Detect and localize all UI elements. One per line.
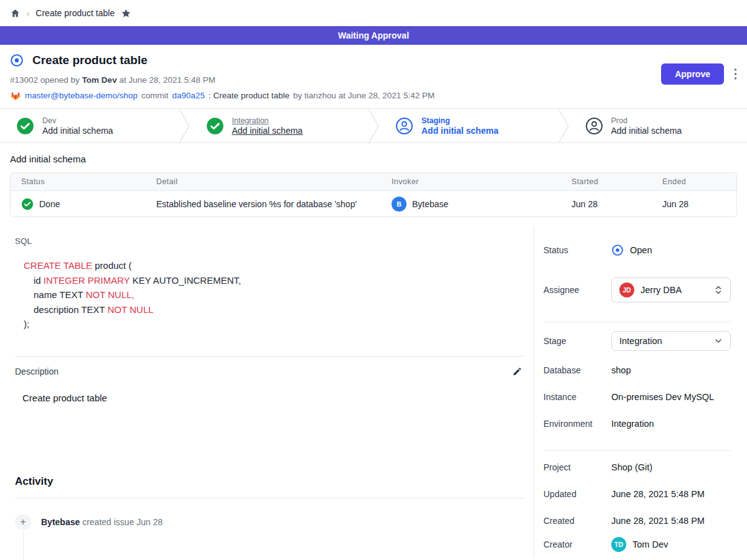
task-status: Done: [39, 199, 60, 209]
issue-sidebar: Status Open Assignee JD Jerry DBA Stage: [534, 226, 747, 558]
task-section: Add initial schema Status Detail Invoker…: [0, 154, 747, 217]
avatar: JD: [619, 282, 634, 297]
stage-name: Staging: [421, 116, 499, 125]
check-circle-icon: [21, 198, 34, 210]
stage-integration[interactable]: Integration Add initial schema: [190, 109, 369, 142]
vcs-commit-message: : Create product table: [209, 91, 289, 100]
environment-label: Environment: [543, 419, 611, 429]
pipeline-stage-bar: Dev Add initial schema Integration Add i…: [0, 108, 747, 143]
stage-task[interactable]: Add initial schema: [232, 126, 303, 136]
stage-task[interactable]: Add initial schema: [42, 126, 113, 136]
assignee-select[interactable]: JD Jerry DBA: [611, 278, 731, 302]
database-value[interactable]: shop: [611, 365, 631, 375]
assignee-value: Jerry DBA: [641, 285, 682, 295]
list-item: + Bytebase created issue Jun 28: [15, 514, 524, 530]
project-label: Project: [543, 462, 611, 472]
user-circle-icon: [585, 117, 603, 135]
stage-label: Stage: [543, 336, 611, 346]
task-section-title: Add initial schema: [10, 154, 737, 164]
assignee-label: Assignee: [543, 285, 611, 295]
instance-value[interactable]: On-premises Dev MySQL: [611, 392, 714, 402]
issue-main-panel: SQL CREATE TABLE product ( id INTEGER PR…: [0, 226, 534, 558]
divider: [543, 322, 731, 322]
divider: [15, 356, 524, 357]
column-header-started: Started: [561, 177, 652, 186]
timeline-line: [23, 531, 24, 560]
activity-title: Activity: [15, 475, 524, 488]
issue-author: Tom Dev: [82, 75, 117, 85]
user-circle-icon: [395, 117, 413, 135]
description-text[interactable]: Create product table: [22, 393, 524, 403]
column-header-status: Status: [11, 177, 146, 186]
column-header-invoker: Invoker: [381, 177, 561, 186]
issue-meta: #13002 opened by Tom Dev at June 28, 202…: [10, 75, 737, 85]
approve-button[interactable]: Approve: [661, 63, 724, 85]
chevron-right-icon: ›: [27, 9, 29, 18]
stage-select[interactable]: Integration: [611, 331, 731, 351]
column-header-detail: Detail: [146, 177, 381, 186]
database-label: Database: [543, 365, 611, 375]
status-label: Status: [543, 245, 611, 255]
stage-separator: [179, 109, 190, 143]
creator-value: Tom Dev: [632, 539, 668, 549]
stage-name: Integration: [232, 116, 303, 125]
created-label: Created: [543, 516, 611, 526]
plus-icon[interactable]: +: [15, 514, 31, 530]
sql-code-block[interactable]: CREATE TABLE product ( id INTEGER PRIMAR…: [24, 258, 524, 332]
approval-banner: Waiting Approval: [0, 26, 747, 45]
task-table-header: Status Detail Invoker Started Ended: [11, 173, 736, 191]
more-actions-icon[interactable]: [733, 67, 738, 82]
column-header-ended: Ended: [652, 177, 736, 186]
avatar: TD: [611, 537, 626, 552]
approval-banner-text: Waiting Approval: [338, 30, 409, 40]
home-icon[interactable]: [10, 8, 21, 19]
check-circle-icon: [16, 117, 34, 135]
stage-separator: [368, 109, 379, 143]
star-icon[interactable]: [121, 8, 131, 19]
project-value[interactable]: Shop (Git): [611, 462, 652, 472]
stage-name: Prod: [611, 116, 682, 125]
chevron-down-icon: [714, 337, 723, 345]
creator-label: Creator: [543, 539, 611, 549]
task-detail: Established baseline version %s for data…: [146, 199, 381, 209]
instance-label: Instance: [543, 392, 611, 402]
stage-staging[interactable]: Staging Add initial schema: [379, 109, 558, 142]
sql-section-label: SQL: [15, 236, 524, 246]
activity-author: Bytebase: [41, 517, 80, 527]
issue-header: Create product table #13002 opened by To…: [0, 45, 747, 108]
breadcrumb: › Create product table: [0, 0, 747, 26]
edit-pencil-icon[interactable]: [511, 365, 524, 378]
stage-separator: [558, 109, 569, 143]
vcs-branch-link[interactable]: master@bytebase-demo/shop: [25, 91, 138, 100]
issue-open-icon: [10, 54, 24, 67]
stage-dev[interactable]: Dev Add initial schema: [0, 109, 179, 142]
page-title: Create product table: [32, 54, 148, 67]
status-value: Open: [630, 245, 652, 255]
stage-prod[interactable]: Prod Add initial schema: [569, 109, 747, 142]
activity-action: created issue Jun 28: [80, 517, 162, 527]
updated-label: Updated: [543, 489, 611, 499]
task-ended: Jun 28: [652, 199, 736, 209]
stage-task[interactable]: Add initial schema: [611, 126, 682, 136]
task-table: Status Detail Invoker Started Ended Done…: [10, 172, 737, 217]
stage-name: Dev: [42, 116, 113, 125]
updated-value: June 28, 2021 5:48 PM: [611, 489, 705, 499]
task-invoker: Bytebase: [412, 199, 448, 209]
stage-value: Integration: [619, 336, 662, 346]
breadcrumb-page-title[interactable]: Create product table: [35, 8, 115, 18]
task-started: Jun 28: [561, 199, 652, 209]
created-value: June 28, 2021 5:48 PM: [611, 516, 705, 526]
divider: [15, 498, 524, 498]
table-row[interactable]: Done Established baseline version %s for…: [11, 191, 736, 217]
environment-value[interactable]: Integration: [611, 419, 654, 429]
gitlab-icon: [10, 90, 21, 101]
status-open-icon: [611, 244, 624, 256]
vcs-info: master@bytebase-demo/shop commit da90a25…: [10, 90, 737, 101]
chevron-updown-icon: [714, 285, 723, 295]
divider: [543, 450, 731, 451]
description-label: Description: [15, 366, 59, 376]
check-circle-icon: [206, 117, 224, 135]
vcs-commit-link[interactable]: da90a25: [172, 91, 205, 100]
avatar: B: [392, 197, 406, 212]
stage-task[interactable]: Add initial schema: [421, 126, 499, 136]
